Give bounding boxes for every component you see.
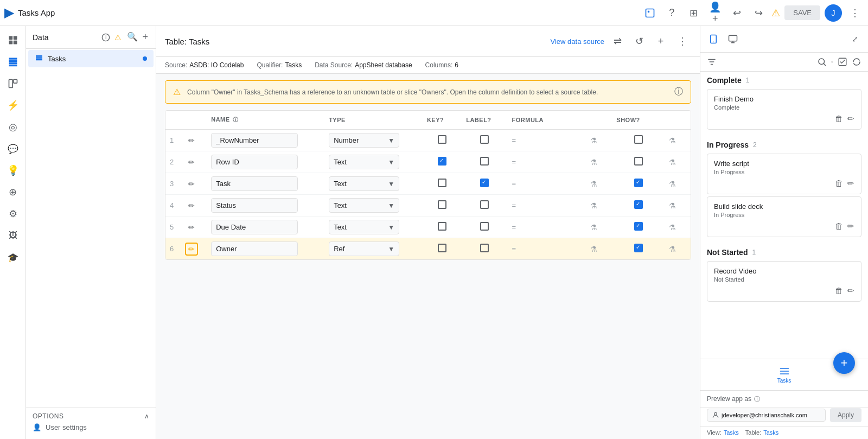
show-flask-icon-5[interactable]: ⚗ bbox=[669, 245, 676, 253]
preview-desktop-tab[interactable] bbox=[724, 30, 742, 48]
delete-task-icon-0-0[interactable]: 🗑 bbox=[835, 114, 843, 124]
view-data-source-link[interactable]: View data source bbox=[551, 37, 605, 46]
sidebar-item-media[interactable]: 🖼 bbox=[3, 226, 23, 245]
sync-settings-icon[interactable]: ⇌ bbox=[609, 33, 626, 50]
name-field-0[interactable] bbox=[211, 133, 298, 148]
edit-task-icon-1-1[interactable]: ✏ bbox=[847, 221, 854, 231]
label-checkbox-3[interactable] bbox=[480, 200, 489, 209]
formula-flask-icon-4[interactable]: ⚗ bbox=[590, 223, 597, 232]
delete-task-icon-2-0[interactable]: 🗑 bbox=[835, 286, 843, 296]
key-checkbox-5[interactable] bbox=[438, 244, 446, 252]
edit-task-icon-0-0[interactable]: ✏ bbox=[847, 114, 854, 124]
show-checkbox-0[interactable] bbox=[634, 135, 643, 144]
search-data-icon[interactable]: 🔍 bbox=[126, 30, 139, 44]
name-field-2[interactable] bbox=[211, 176, 298, 191]
sidebar-item-table[interactable] bbox=[3, 52, 23, 72]
formula-flask-icon-0[interactable]: ⚗ bbox=[590, 136, 597, 145]
show-flask-icon-3[interactable]: ⚗ bbox=[669, 201, 676, 210]
edit-row-2-button[interactable]: ✏ bbox=[185, 177, 198, 190]
show-flask-icon-2[interactable]: ⚗ bbox=[669, 180, 676, 188]
add-task-fab[interactable]: + bbox=[833, 352, 855, 374]
check-square-icon[interactable] bbox=[838, 57, 847, 67]
grid-icon[interactable]: ⊞ bbox=[685, 4, 702, 22]
more-options-icon[interactable]: ⋮ bbox=[846, 4, 864, 22]
label-checkbox-1[interactable] bbox=[480, 157, 489, 166]
sidebar-item-settings[interactable]: ⚙ bbox=[3, 204, 23, 224]
show-checkbox-5[interactable] bbox=[634, 244, 643, 252]
type-select-3[interactable]: Text ▼ bbox=[329, 198, 399, 213]
edit-row-4-button[interactable]: ✏ bbox=[185, 221, 198, 234]
sidebar-item-learn[interactable]: 🎓 bbox=[3, 247, 23, 267]
help-icon[interactable]: ? bbox=[663, 4, 680, 22]
sidebar-item-action[interactable]: ◎ bbox=[3, 117, 23, 137]
sidebar-item-security[interactable]: ⊕ bbox=[3, 182, 23, 202]
type-select-1[interactable]: Text ▼ bbox=[329, 155, 399, 169]
expand-preview-icon[interactable]: ⤢ bbox=[846, 30, 864, 48]
edit-task-icon-1-0[interactable]: ✏ bbox=[847, 179, 854, 188]
type-select-5[interactable]: Ref ▼ bbox=[329, 241, 399, 256]
sidebar-item-automation[interactable]: ⚡ bbox=[3, 96, 23, 115]
key-checkbox-3[interactable] bbox=[438, 200, 446, 209]
edit-task-icon-2-0[interactable]: ✏ bbox=[847, 286, 854, 296]
name-field-3[interactable] bbox=[211, 198, 298, 213]
sidebar-item-data[interactable] bbox=[3, 30, 23, 50]
options-header[interactable]: OPTIONS ∧ bbox=[33, 412, 149, 420]
show-checkbox-3[interactable] bbox=[634, 200, 643, 209]
name-field-4[interactable] bbox=[211, 220, 298, 234]
view-link[interactable]: Tasks bbox=[724, 429, 739, 436]
save-button[interactable]: SAVE bbox=[784, 5, 820, 20]
refresh-icon[interactable]: ↺ bbox=[630, 33, 648, 50]
show-flask-icon-1[interactable]: ⚗ bbox=[669, 158, 676, 167]
preview-mobile-tab[interactable] bbox=[705, 30, 722, 48]
name-field-1[interactable] bbox=[211, 155, 298, 169]
edit-row-3-button[interactable]: ✏ bbox=[185, 199, 198, 212]
key-checkbox-0[interactable] bbox=[438, 135, 446, 144]
search-preview-icon[interactable] bbox=[817, 57, 827, 67]
type-select-0[interactable]: Number ▼ bbox=[329, 133, 399, 148]
show-checkbox-2[interactable] bbox=[634, 179, 643, 187]
user-settings-item[interactable]: 👤 User settings bbox=[33, 420, 149, 435]
preview-icon[interactable] bbox=[641, 4, 659, 22]
edit-row-0-button[interactable]: ✏ bbox=[185, 134, 198, 147]
show-checkbox-1[interactable] bbox=[634, 157, 643, 166]
delete-task-icon-1-0[interactable]: 🗑 bbox=[835, 179, 843, 188]
refresh-preview-icon[interactable] bbox=[852, 57, 861, 67]
label-checkbox-2[interactable] bbox=[480, 179, 489, 187]
preview-email-field[interactable]: jdeveloper@christianschalk.com bbox=[707, 409, 826, 422]
preview-nav-tasks[interactable]: Tasks bbox=[764, 364, 805, 386]
key-checkbox-1[interactable] bbox=[438, 157, 446, 166]
key-checkbox-2[interactable] bbox=[438, 179, 446, 187]
sidebar-item-chat[interactable]: 💬 bbox=[3, 139, 23, 158]
formula-flask-icon-3[interactable]: ⚗ bbox=[590, 201, 597, 210]
label-checkbox-4[interactable] bbox=[480, 222, 489, 231]
redo-icon[interactable]: ↪ bbox=[750, 4, 767, 22]
formula-flask-icon-5[interactable]: ⚗ bbox=[590, 245, 597, 253]
label-checkbox-5[interactable] bbox=[480, 244, 489, 252]
apply-button[interactable]: Apply bbox=[830, 408, 861, 422]
warning-info-icon[interactable]: ⓘ bbox=[674, 86, 683, 98]
label-checkbox-0[interactable] bbox=[480, 135, 489, 144]
sidebar-item-insight[interactable]: 💡 bbox=[3, 161, 23, 180]
show-flask-icon-0[interactable]: ⚗ bbox=[669, 136, 676, 145]
table-link[interactable]: Tasks bbox=[763, 429, 778, 436]
show-flask-icon-4[interactable]: ⚗ bbox=[669, 223, 676, 232]
options-collapse-icon[interactable]: ∧ bbox=[144, 412, 150, 420]
add-column-icon[interactable]: + bbox=[652, 33, 669, 50]
name-field-5[interactable] bbox=[211, 241, 298, 256]
avatar[interactable]: J bbox=[825, 4, 842, 22]
more-icon[interactable]: ⋮ bbox=[674, 33, 691, 50]
delete-task-icon-1-1[interactable]: 🗑 bbox=[835, 221, 843, 231]
add-table-icon[interactable]: + bbox=[141, 30, 149, 44]
type-select-2[interactable]: Text ▼ bbox=[329, 176, 399, 191]
edit-row-5-button[interactable]: ✏ bbox=[185, 243, 198, 256]
filter-icon[interactable] bbox=[707, 57, 717, 67]
formula-flask-icon-2[interactable]: ⚗ bbox=[590, 180, 597, 188]
formula-flask-icon-1[interactable]: ⚗ bbox=[590, 158, 597, 167]
edit-row-1-button[interactable]: ✏ bbox=[185, 156, 198, 169]
add-user-icon[interactable]: 👤+ bbox=[706, 4, 724, 22]
sidebar-item-tasks[interactable]: Tasks bbox=[28, 50, 154, 67]
show-checkbox-4[interactable] bbox=[634, 222, 643, 231]
type-select-4[interactable]: Text ▼ bbox=[329, 220, 399, 234]
key-checkbox-4[interactable] bbox=[438, 222, 446, 231]
sidebar-item-view[interactable] bbox=[3, 74, 23, 93]
